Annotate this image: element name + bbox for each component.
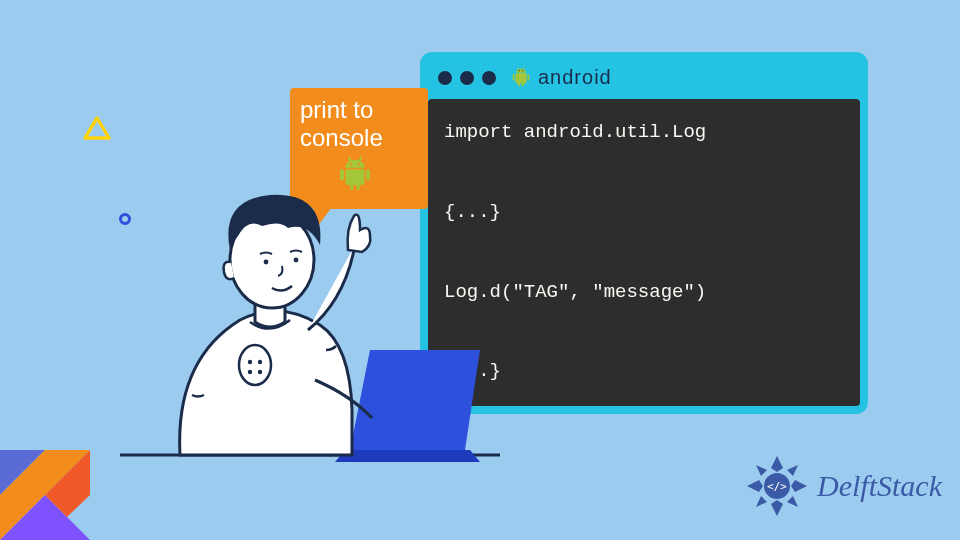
delftstack-branding: </> DelftStack (743, 452, 942, 520)
android-header: android (510, 66, 612, 89)
svg-point-4 (522, 70, 523, 71)
android-icon (510, 67, 532, 89)
svg-line-6 (523, 67, 524, 69)
svg-rect-1 (513, 74, 515, 80)
delftstack-logo-icon: </> (743, 452, 811, 520)
svg-point-15 (248, 360, 252, 364)
svg-line-5 (518, 67, 519, 69)
platform-label: android (538, 66, 612, 89)
window-dot (460, 71, 474, 85)
svg-point-20 (264, 260, 269, 265)
svg-point-21 (294, 258, 299, 263)
scene: android import android.util.Log {...} Lo… (0, 0, 960, 540)
code-line: import android.util.Log (444, 121, 706, 143)
person-illustration (120, 150, 500, 490)
svg-point-3 (519, 70, 520, 71)
svg-text:</>: </> (767, 480, 787, 493)
speech-line: console (300, 124, 418, 152)
kotlin-logo-icon (0, 450, 90, 540)
window-dot (482, 71, 496, 85)
decoration-triangle (85, 120, 109, 138)
svg-point-18 (258, 370, 262, 374)
delftstack-name: DelftStack (817, 469, 942, 503)
svg-point-17 (248, 370, 252, 374)
window-dot (438, 71, 452, 85)
window-header: android (428, 60, 860, 99)
speech-line: print to (300, 96, 418, 124)
svg-rect-2 (527, 74, 529, 80)
svg-marker-0 (85, 118, 109, 138)
svg-point-16 (258, 360, 262, 364)
